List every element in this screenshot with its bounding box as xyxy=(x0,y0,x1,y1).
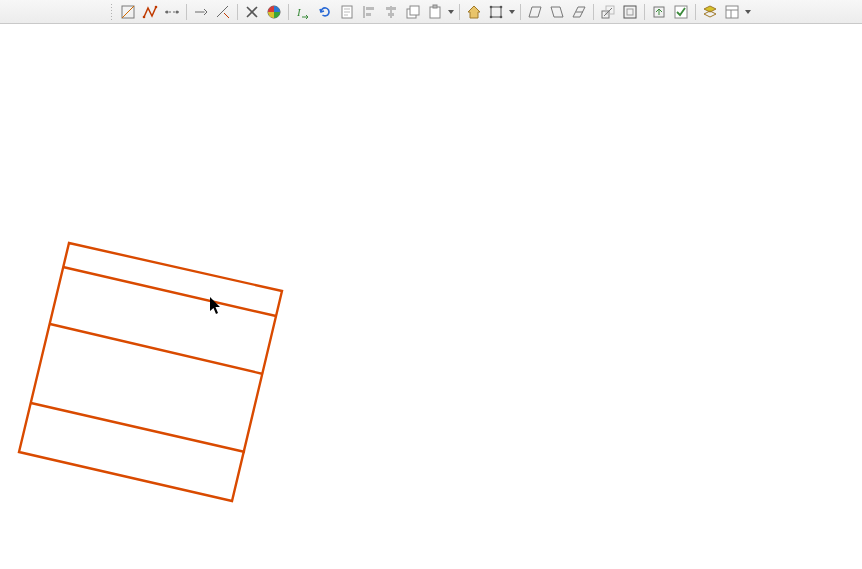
copy-object-icon[interactable] xyxy=(403,2,423,22)
export-icon[interactable] xyxy=(649,2,669,22)
svg-point-5 xyxy=(166,10,169,13)
svg-point-2 xyxy=(143,15,146,18)
transform-icon[interactable] xyxy=(486,2,506,22)
text-label-icon[interactable]: I xyxy=(293,2,313,22)
svg-rect-44 xyxy=(675,6,687,18)
svg-rect-27 xyxy=(430,7,440,18)
svg-point-6 xyxy=(176,10,179,13)
toolbar-separator xyxy=(593,4,594,20)
toolbar-separator xyxy=(695,4,696,20)
transform-dropdown[interactable] xyxy=(508,2,516,22)
svg-line-10 xyxy=(224,13,229,18)
align-left-icon[interactable] xyxy=(359,2,379,22)
properties-icon[interactable] xyxy=(722,2,742,22)
home-icon[interactable] xyxy=(464,2,484,22)
svg-rect-28 xyxy=(433,5,437,8)
intersection-icon[interactable] xyxy=(242,2,262,22)
svg-line-51 xyxy=(63,267,276,316)
extend-line-icon[interactable] xyxy=(191,2,211,22)
toolbar-separator xyxy=(186,4,187,20)
toolbar-separator xyxy=(288,4,289,20)
toolbar-overflow-dropdown[interactable] xyxy=(744,2,752,22)
svg-rect-26 xyxy=(410,6,419,15)
polyline-icon[interactable] xyxy=(140,2,160,22)
skew-icon[interactable] xyxy=(569,2,589,22)
svg-line-53 xyxy=(31,403,245,452)
paste-object-icon[interactable] xyxy=(425,2,445,22)
svg-text:I: I xyxy=(296,6,302,18)
svg-rect-29 xyxy=(491,7,501,17)
selected-shape xyxy=(0,24,862,569)
shear-left-icon[interactable] xyxy=(525,2,545,22)
checklist-icon[interactable] xyxy=(671,2,691,22)
svg-marker-34 xyxy=(529,7,541,17)
svg-marker-35 xyxy=(551,7,563,17)
toolbar-separator xyxy=(520,4,521,20)
page-preview-icon[interactable] xyxy=(337,2,357,22)
shear-right-icon[interactable] xyxy=(547,2,567,22)
toolbar: I xyxy=(0,0,862,24)
svg-rect-20 xyxy=(366,7,374,10)
toolbar-overflow-dropdown[interactable] xyxy=(447,2,455,22)
toolbar-separator xyxy=(459,4,460,20)
bounds-icon[interactable] xyxy=(620,2,640,22)
svg-line-1 xyxy=(122,6,134,18)
svg-line-40 xyxy=(604,8,612,16)
svg-rect-23 xyxy=(386,7,396,10)
mouse-cursor-icon xyxy=(210,297,222,315)
scale-up-icon[interactable] xyxy=(598,2,618,22)
svg-point-31 xyxy=(500,5,503,8)
trim-oblique-icon[interactable] xyxy=(213,2,233,22)
drawing-canvas[interactable] xyxy=(0,24,862,569)
refresh-icon[interactable] xyxy=(315,2,335,22)
svg-rect-47 xyxy=(726,6,738,18)
svg-rect-21 xyxy=(366,13,371,16)
color-swatch-icon[interactable] xyxy=(264,2,284,22)
svg-rect-24 xyxy=(388,13,394,16)
svg-point-33 xyxy=(500,15,503,18)
toolbar-grip[interactable] xyxy=(110,3,114,21)
toolbar-separator xyxy=(644,4,645,20)
layers-icon[interactable] xyxy=(700,2,720,22)
svg-rect-41 xyxy=(624,6,636,18)
svg-rect-42 xyxy=(627,9,633,15)
svg-point-3 xyxy=(155,5,158,8)
horiz-constraint-icon[interactable] xyxy=(162,2,182,22)
toolbar-separator xyxy=(237,4,238,20)
svg-line-52 xyxy=(50,324,263,374)
align-center-icon[interactable] xyxy=(381,2,401,22)
svg-point-32 xyxy=(490,15,493,18)
create-shape-icon[interactable] xyxy=(118,2,138,22)
svg-marker-50 xyxy=(19,243,282,501)
svg-point-30 xyxy=(490,5,493,8)
